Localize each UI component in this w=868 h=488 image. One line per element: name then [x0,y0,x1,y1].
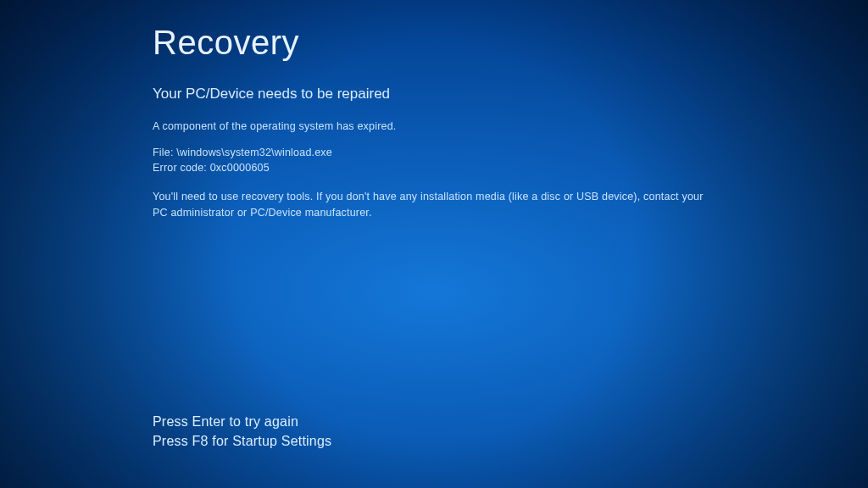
page-title: Recovery [153,24,715,62]
file-label: File: [153,147,174,158]
recovery-instructions: You'll need to use recovery tools. If yo… [153,189,715,222]
error-code-value: 0xc0000605 [210,162,270,174]
keyboard-options: Press Enter to try again Press F8 for St… [153,412,331,451]
error-code-label: Error code: [153,162,207,174]
repair-subheading: Your PC/Device needs to be repaired [153,86,715,103]
recovery-screen: Recovery Your PC/Device needs to be repa… [0,0,868,488]
option-f8[interactable]: Press F8 for Startup Settings [153,431,331,451]
error-message: A component of the operating system has … [153,119,715,135]
error-code-info: Error code: 0xc0000605 [153,162,715,174]
file-info: File: \windows\system32\winload.exe [153,147,715,158]
option-enter[interactable]: Press Enter to try again [153,412,331,431]
file-path: \windows\system32\winload.exe [176,147,332,158]
